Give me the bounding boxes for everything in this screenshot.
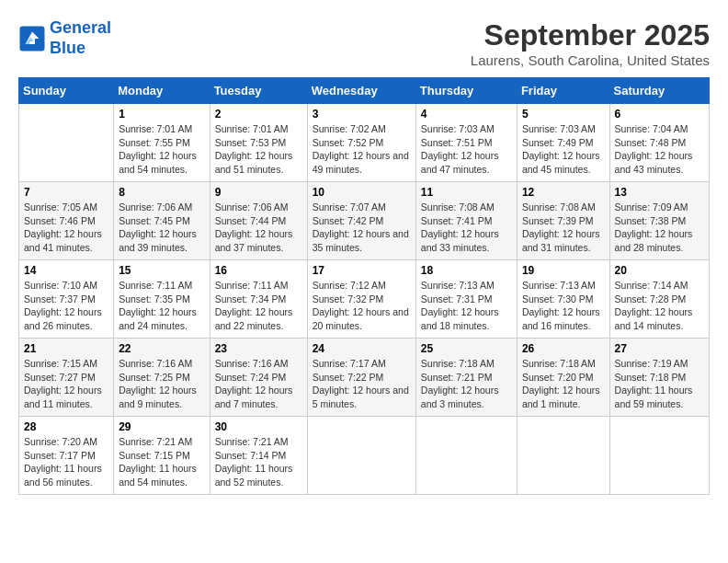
day-number: 5 xyxy=(522,108,605,121)
sunrise-text: Sunrise: 7:08 AM xyxy=(421,201,495,213)
weekday-header-sunday: Sunday xyxy=(19,78,114,104)
daylight-text: Daylight: 11 hours and 54 minutes. xyxy=(119,463,197,488)
sunset-text: Sunset: 7:14 PM xyxy=(215,450,287,461)
daylight-text: Daylight: 12 hours and 47 minutes. xyxy=(421,150,499,175)
day-number: 2 xyxy=(215,108,302,121)
day-number: 30 xyxy=(215,420,302,433)
sunset-text: Sunset: 7:30 PM xyxy=(522,293,594,304)
daylight-text: Daylight: 12 hours and 35 minutes. xyxy=(313,228,409,253)
calendar-cell: 2 Sunrise: 7:01 AM Sunset: 7:53 PM Dayli… xyxy=(210,104,307,182)
logo-icon xyxy=(18,25,46,52)
sunrise-text: Sunrise: 7:02 AM xyxy=(313,123,386,134)
sunrise-text: Sunrise: 7:04 AM xyxy=(615,123,688,134)
sunset-text: Sunset: 7:53 PM xyxy=(215,137,287,148)
sunrise-text: Sunrise: 7:05 AM xyxy=(24,201,97,213)
daylight-text: Daylight: 12 hours and 7 minutes. xyxy=(215,385,293,409)
day-info: Sunrise: 7:05 AM Sunset: 7:46 PM Dayligh… xyxy=(24,201,108,255)
sunrise-text: Sunrise: 7:21 AM xyxy=(215,436,289,447)
sunrise-text: Sunrise: 7:18 AM xyxy=(522,358,596,369)
sunset-text: Sunset: 7:15 PM xyxy=(119,450,190,461)
daylight-text: Daylight: 12 hours and 31 minutes. xyxy=(522,228,600,253)
sunset-text: Sunset: 7:18 PM xyxy=(615,372,687,383)
sunrise-text: Sunrise: 7:15 AM xyxy=(24,358,97,369)
page-header: General Blue September 2025 Laurens, Sou… xyxy=(18,18,710,68)
sunset-text: Sunset: 7:32 PM xyxy=(313,293,384,304)
day-number: 23 xyxy=(215,342,302,355)
sunset-text: Sunset: 7:44 PM xyxy=(215,215,287,226)
sunrise-text: Sunrise: 7:12 AM xyxy=(313,280,386,291)
day-info: Sunrise: 7:20 AM Sunset: 7:17 PM Dayligh… xyxy=(24,435,108,489)
logo-text: General Blue xyxy=(50,18,111,58)
sunset-text: Sunset: 7:48 PM xyxy=(615,137,687,148)
sunset-text: Sunset: 7:38 PM xyxy=(615,215,687,226)
sunset-text: Sunset: 7:42 PM xyxy=(313,215,384,226)
calendar-cell: 8 Sunrise: 7:06 AM Sunset: 7:45 PM Dayli… xyxy=(114,182,210,260)
day-info: Sunrise: 7:11 AM Sunset: 7:35 PM Dayligh… xyxy=(119,279,204,333)
logo-line2: Blue xyxy=(50,39,85,57)
daylight-text: Daylight: 12 hours and 51 minutes. xyxy=(215,150,293,175)
weekday-header-friday: Friday xyxy=(517,78,609,104)
calendar-cell: 22 Sunrise: 7:16 AM Sunset: 7:25 PM Dayl… xyxy=(114,339,210,417)
sunrise-text: Sunrise: 7:16 AM xyxy=(215,358,289,369)
daylight-text: Daylight: 11 hours and 56 minutes. xyxy=(24,463,102,488)
sunset-text: Sunset: 7:51 PM xyxy=(421,137,493,148)
day-info: Sunrise: 7:18 AM Sunset: 7:21 PM Dayligh… xyxy=(421,357,512,411)
location: Laurens, South Carolina, United States xyxy=(471,52,710,68)
day-number: 17 xyxy=(313,264,411,277)
day-number: 1 xyxy=(119,108,204,121)
day-info: Sunrise: 7:21 AM Sunset: 7:15 PM Dayligh… xyxy=(119,435,204,489)
sunset-text: Sunset: 7:37 PM xyxy=(24,293,96,304)
calendar-cell: 24 Sunrise: 7:17 AM Sunset: 7:22 PM Dayl… xyxy=(307,339,415,417)
calendar-cell xyxy=(307,417,415,495)
calendar-week-row: 28 Sunrise: 7:20 AM Sunset: 7:17 PM Dayl… xyxy=(19,417,710,495)
day-info: Sunrise: 7:12 AM Sunset: 7:32 PM Dayligh… xyxy=(313,279,411,333)
day-info: Sunrise: 7:16 AM Sunset: 7:25 PM Dayligh… xyxy=(119,357,204,411)
sunrise-text: Sunrise: 7:08 AM xyxy=(522,201,596,213)
sunrise-text: Sunrise: 7:13 AM xyxy=(421,280,495,291)
daylight-text: Daylight: 12 hours and 5 minutes. xyxy=(313,385,409,409)
daylight-text: Daylight: 12 hours and 54 minutes. xyxy=(119,150,197,175)
sunrise-text: Sunrise: 7:01 AM xyxy=(119,123,192,134)
day-info: Sunrise: 7:11 AM Sunset: 7:34 PM Dayligh… xyxy=(215,279,302,333)
day-number: 25 xyxy=(421,342,512,355)
calendar-cell: 19 Sunrise: 7:13 AM Sunset: 7:30 PM Dayl… xyxy=(517,260,609,339)
title-block: September 2025 Laurens, South Carolina, … xyxy=(471,18,710,68)
day-number: 10 xyxy=(313,186,411,199)
daylight-text: Daylight: 12 hours and 26 minutes. xyxy=(24,306,102,331)
sunrise-text: Sunrise: 7:06 AM xyxy=(119,201,192,213)
day-info: Sunrise: 7:06 AM Sunset: 7:44 PM Dayligh… xyxy=(215,201,302,255)
daylight-text: Daylight: 12 hours and 33 minutes. xyxy=(421,228,499,253)
day-number: 9 xyxy=(215,186,302,199)
daylight-text: Daylight: 12 hours and 9 minutes. xyxy=(119,385,197,409)
calendar-cell: 25 Sunrise: 7:18 AM Sunset: 7:21 PM Dayl… xyxy=(415,339,517,417)
day-info: Sunrise: 7:16 AM Sunset: 7:24 PM Dayligh… xyxy=(215,357,302,411)
daylight-text: Daylight: 12 hours and 3 minutes. xyxy=(421,385,499,409)
day-info: Sunrise: 7:21 AM Sunset: 7:14 PM Dayligh… xyxy=(215,435,302,489)
daylight-text: Daylight: 12 hours and 28 minutes. xyxy=(615,228,693,253)
day-number: 22 xyxy=(119,342,204,355)
weekday-header-monday: Monday xyxy=(114,78,210,104)
daylight-text: Daylight: 12 hours and 11 minutes. xyxy=(24,385,102,409)
sunset-text: Sunset: 7:45 PM xyxy=(119,215,190,226)
daylight-text: Daylight: 12 hours and 22 minutes. xyxy=(215,306,293,331)
calendar-cell: 29 Sunrise: 7:21 AM Sunset: 7:15 PM Dayl… xyxy=(114,417,210,495)
sunrise-text: Sunrise: 7:21 AM xyxy=(119,436,192,447)
day-info: Sunrise: 7:01 AM Sunset: 7:55 PM Dayligh… xyxy=(119,122,204,177)
calendar-cell: 23 Sunrise: 7:16 AM Sunset: 7:24 PM Dayl… xyxy=(210,339,307,417)
month-title: September 2025 xyxy=(471,18,710,52)
sunset-text: Sunset: 7:25 PM xyxy=(119,372,190,383)
calendar-cell xyxy=(517,417,609,495)
day-info: Sunrise: 7:15 AM Sunset: 7:27 PM Dayligh… xyxy=(24,357,108,411)
day-info: Sunrise: 7:08 AM Sunset: 7:41 PM Dayligh… xyxy=(421,201,512,255)
calendar-cell: 18 Sunrise: 7:13 AM Sunset: 7:31 PM Dayl… xyxy=(415,260,517,339)
sunrise-text: Sunrise: 7:10 AM xyxy=(24,280,97,291)
daylight-text: Daylight: 12 hours and 41 minutes. xyxy=(24,228,102,253)
logo: General Blue xyxy=(18,18,111,58)
sunset-text: Sunset: 7:17 PM xyxy=(24,450,96,461)
sunrise-text: Sunrise: 7:06 AM xyxy=(215,201,289,213)
calendar-cell: 12 Sunrise: 7:08 AM Sunset: 7:39 PM Dayl… xyxy=(517,182,609,260)
weekday-header-tuesday: Tuesday xyxy=(210,78,307,104)
calendar-cell xyxy=(19,104,114,182)
calendar-cell: 5 Sunrise: 7:03 AM Sunset: 7:49 PM Dayli… xyxy=(517,104,609,182)
sunset-text: Sunset: 7:28 PM xyxy=(615,293,687,304)
